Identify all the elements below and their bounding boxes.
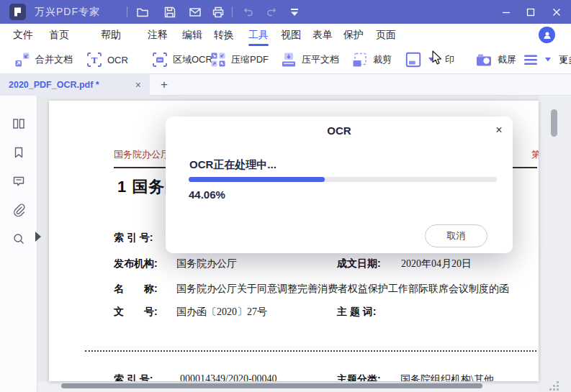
watermark-icon bbox=[405, 51, 422, 68]
docno-label: 文 号: bbox=[114, 306, 158, 319]
document-tab[interactable]: 2020_PDF_OCR.pdf * × bbox=[0, 74, 150, 96]
menu-home[interactable]: 首页 bbox=[49, 29, 69, 42]
ocr-status-text: OCR正在处理中... bbox=[189, 158, 276, 172]
account-avatar[interactable] bbox=[539, 27, 555, 43]
dialog-title: OCR bbox=[166, 124, 513, 137]
vertical-scrollbar[interactable] bbox=[539, 96, 571, 392]
menu-comment[interactable]: 注释 bbox=[148, 29, 168, 42]
thumbnails-icon[interactable] bbox=[12, 117, 26, 131]
cancel-button[interactable]: 取消 bbox=[425, 224, 487, 247]
app-logo-icon bbox=[9, 4, 26, 20]
horizontal-scrollbar-thumb[interactable] bbox=[61, 383, 482, 388]
ocr-button[interactable]: T OCR bbox=[86, 46, 128, 73]
email-icon[interactable] bbox=[189, 6, 202, 19]
flatten-document-button[interactable]: 压平文档 bbox=[281, 46, 339, 73]
collapse-toolbar-icon[interactable] bbox=[288, 6, 301, 19]
compress-pdf-label: 压缩PDF bbox=[231, 53, 269, 66]
category-value: 国务院组织机构\其他 bbox=[400, 373, 494, 381]
maximize-button[interactable] bbox=[518, 3, 543, 21]
tabbar: 2020_PDF_OCR.pdf * × + bbox=[0, 74, 571, 96]
new-tab-button[interactable]: + bbox=[156, 76, 173, 94]
progress-percent: 44.06% bbox=[189, 188, 225, 201]
index2-label: 索 引 号: bbox=[114, 373, 153, 381]
crop-button[interactable]: 裁剪 bbox=[352, 46, 392, 73]
menu-help[interactable]: 帮助 bbox=[101, 29, 121, 42]
name-value: 国务院办公厅关于同意调整完善消费者权益保护工作部际联席会议制度的函 bbox=[176, 283, 509, 296]
undo-icon[interactable] bbox=[242, 6, 255, 19]
bookmark-icon[interactable] bbox=[12, 145, 26, 160]
area-ocr-label: 区域OCR bbox=[173, 53, 212, 66]
ocr-icon: T bbox=[86, 52, 102, 68]
toolbar-overflow-icon[interactable]: › bbox=[562, 54, 566, 65]
menu-edit[interactable]: 编辑 bbox=[182, 29, 202, 42]
minimize-button[interactable] bbox=[494, 3, 518, 21]
menu-protect[interactable]: 保护 bbox=[343, 29, 364, 42]
issuer-label: 发布机构: bbox=[114, 257, 158, 270]
name-label: 名 称: bbox=[114, 283, 158, 296]
attachment-icon[interactable] bbox=[12, 203, 26, 217]
menu-convert[interactable]: 转换 bbox=[214, 29, 234, 42]
progress-bar bbox=[189, 177, 497, 182]
subject-label: 主 题 词: bbox=[337, 306, 376, 319]
crop-label: 裁剪 bbox=[373, 53, 392, 66]
titlebar-divider bbox=[127, 6, 127, 17]
menu-form[interactable]: 表单 bbox=[313, 29, 333, 42]
area-ocr-icon bbox=[152, 52, 168, 68]
screenshot-camera-icon bbox=[475, 52, 493, 68]
left-sidebar bbox=[0, 96, 37, 392]
crop-icon bbox=[352, 52, 368, 68]
titlebar-divider bbox=[232, 6, 233, 17]
area-ocr-button[interactable]: 区域OCR bbox=[152, 46, 212, 73]
close-button[interactable] bbox=[544, 3, 569, 21]
ocr-label: OCR bbox=[107, 55, 128, 65]
menu-view[interactable]: 视图 bbox=[281, 29, 301, 42]
flatten-icon bbox=[281, 52, 297, 68]
ocr-progress-dialog: OCR × OCR正在处理中... 44.06% 取消 bbox=[166, 117, 513, 253]
hamburger-icon bbox=[523, 52, 539, 68]
svg-text:T: T bbox=[91, 55, 98, 65]
mouse-cursor bbox=[430, 50, 444, 66]
menu-page[interactable]: 页面 bbox=[376, 29, 396, 42]
horizontal-scrollbar[interactable] bbox=[37, 381, 539, 392]
compress-icon bbox=[210, 52, 226, 68]
merge-icon bbox=[14, 52, 30, 68]
vertical-scrollbar-thumb[interactable] bbox=[551, 109, 557, 137]
titlebar: 万兴PDF专家 bbox=[0, 0, 571, 24]
tab-title: 2020_PDF_OCR.pdf * bbox=[9, 80, 99, 90]
flatten-label: 压平文档 bbox=[302, 53, 339, 66]
menu-file[interactable]: 文件 bbox=[13, 29, 33, 42]
print-icon[interactable] bbox=[212, 6, 225, 19]
date-value: 2020年04月20日 bbox=[401, 257, 472, 270]
category-label: 主题分类: bbox=[337, 373, 381, 381]
page-header-right: 第1页 bbox=[531, 148, 539, 161]
screenshot-label: 截屏 bbox=[498, 53, 516, 66]
index-label: 索 引 号: bbox=[114, 232, 153, 245]
redo-icon[interactable] bbox=[265, 6, 278, 19]
search-icon[interactable] bbox=[12, 232, 26, 246]
docno-value: 国办函〔2020〕27号 bbox=[176, 306, 267, 319]
merge-documents-button[interactable]: 合并文档 bbox=[14, 46, 73, 73]
dialog-close-icon[interactable]: × bbox=[493, 124, 505, 137]
menubar: 文件 首页 帮助 注释 编辑 转换 工具 视图 表单 保护 页面 bbox=[0, 24, 571, 46]
date-label: 成文日期: bbox=[337, 257, 381, 270]
resize-grip-icon[interactable] bbox=[549, 380, 560, 391]
save-icon[interactable] bbox=[163, 6, 176, 19]
app-title: 万兴PDF专家 bbox=[35, 6, 100, 19]
progress-bar-fill bbox=[189, 177, 325, 182]
panel-expand-handle[interactable] bbox=[35, 232, 41, 242]
compress-pdf-button[interactable]: 压缩PDF bbox=[210, 46, 269, 73]
menu-tools[interactable]: 工具 bbox=[248, 29, 269, 42]
merge-label: 合并文档 bbox=[35, 53, 73, 66]
chevron-down-icon bbox=[545, 58, 551, 62]
tab-close-icon[interactable]: × bbox=[135, 79, 141, 91]
comment-icon[interactable] bbox=[12, 174, 26, 188]
open-folder-icon[interactable] bbox=[136, 6, 149, 19]
watermark-label: 印 bbox=[445, 53, 454, 66]
tools-toolbar: 合并文档 T OCR 区域OCR bbox=[0, 46, 571, 74]
app-window: 万兴PDF专家 文件 首页 帮助 注释 编辑 转换 工具 视图 表单 保护 页面 bbox=[0, 0, 571, 392]
dotted-separator bbox=[85, 350, 536, 352]
screenshot-button[interactable]: 截屏 bbox=[475, 46, 516, 73]
issuer-value: 国务院办公厅 bbox=[176, 257, 237, 270]
index2-value: 000014349/2020-00040 bbox=[180, 373, 277, 381]
